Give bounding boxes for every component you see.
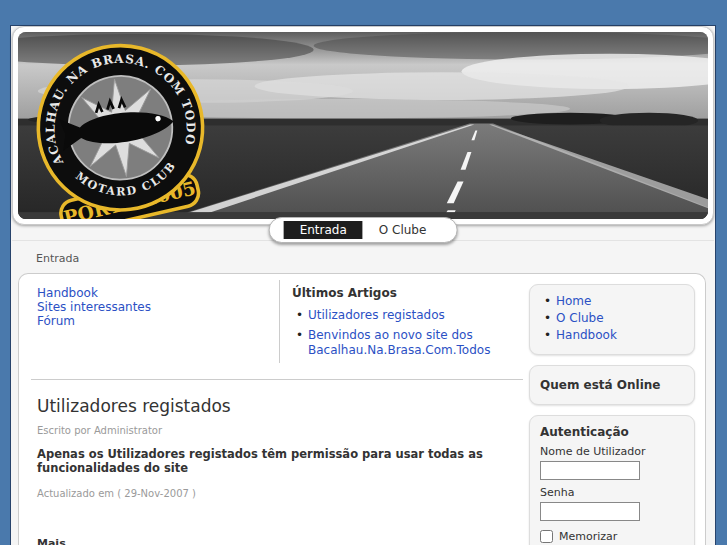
list-item: Utilizadores registados xyxy=(292,308,523,323)
road-photo: PORTO 2005 BACALHAU. NA BRASA. COM TODOS… xyxy=(18,32,708,219)
main-content: Handbook Sites interessantes Fórum Últim… xyxy=(18,273,706,545)
list-item: O Clube xyxy=(540,311,684,326)
read-more-title: Mais... xyxy=(37,537,513,545)
menu-link-sites-interessantes[interactable]: Sites interessantes xyxy=(37,300,279,314)
article-title: Utilizadores registados xyxy=(37,396,513,416)
tab-o-clube[interactable]: O Clube xyxy=(363,221,443,239)
read-more-section: Mais... Benvindos ao novo site dos Bacal… xyxy=(19,499,529,545)
tab-bar: Entrada O Clube xyxy=(12,225,714,241)
latest-article-link-2[interactable]: Benvindos ao novo site dos Bacalhau.Na.B… xyxy=(308,328,490,357)
article-updated: Actualizado em ( 29-Nov-2007 ) xyxy=(37,488,513,499)
menu-link-forum[interactable]: Fórum xyxy=(37,314,279,328)
club-logo: PORTO 2005 BACALHAU. NA BRASA. COM TODOS… xyxy=(22,34,220,219)
password-label: Senha xyxy=(540,486,684,499)
top-modules-row: Handbook Sites interessantes Fórum Últim… xyxy=(31,280,523,380)
list-item: Handbook xyxy=(540,328,684,343)
remember-label: Memorizar xyxy=(559,530,617,543)
sidebar-menu-box: Home O Clube Handbook xyxy=(529,284,695,355)
latest-article-link-1[interactable]: Utilizadores registados xyxy=(308,308,445,322)
latest-articles-module: Últimos Artigos Utilizadores registados … xyxy=(279,280,523,363)
sidebar-link-o-clube[interactable]: O Clube xyxy=(556,311,604,325)
page-frame: PORTO 2005 BACALHAU. NA BRASA. COM TODOS… xyxy=(10,25,716,545)
password-input[interactable] xyxy=(540,502,640,521)
tab-entrada[interactable]: Entrada xyxy=(284,221,363,239)
remember-checkbox[interactable] xyxy=(540,530,553,543)
username-label: Nome de Utilizador xyxy=(540,445,684,458)
sidebar-link-handbook[interactable]: Handbook xyxy=(556,328,617,342)
header-banner: PORTO 2005 BACALHAU. NA BRASA. COM TODOS… xyxy=(12,26,714,225)
article: Utilizadores registados Escrito por Admi… xyxy=(19,380,529,499)
username-input[interactable] xyxy=(540,461,640,480)
whos-online-title: Quem está Online xyxy=(540,378,684,392)
article-body: Apenas os Utilizadores registados têm pe… xyxy=(37,447,513,475)
menu-link-handbook[interactable]: Handbook xyxy=(37,286,279,300)
breadcrumb: Entrada xyxy=(11,241,715,273)
content-column: Handbook Sites interessantes Fórum Últim… xyxy=(19,280,529,545)
article-author: Escrito por Administrator xyxy=(37,425,513,436)
list-item: Home xyxy=(540,294,684,309)
login-title: Autenticação xyxy=(540,425,684,439)
login-box: Autenticação Nome de Utilizador Senha Me… xyxy=(529,415,695,545)
list-item: Benvindos ao novo site dos Bacalhau.Na.B… xyxy=(292,328,523,358)
club-logo-art: PORTO 2005 BACALHAU. NA BRASA. COM TODOS… xyxy=(22,34,220,219)
sidebar: Home O Clube Handbook Quem está Online A… xyxy=(529,280,699,545)
tabs-pill: Entrada O Clube xyxy=(269,217,458,243)
sidebar-link-home[interactable]: Home xyxy=(556,294,591,308)
whos-online-box: Quem está Online xyxy=(529,365,695,405)
latest-articles-title: Últimos Artigos xyxy=(292,286,523,300)
main-menu: Handbook Sites interessantes Fórum xyxy=(31,280,279,363)
